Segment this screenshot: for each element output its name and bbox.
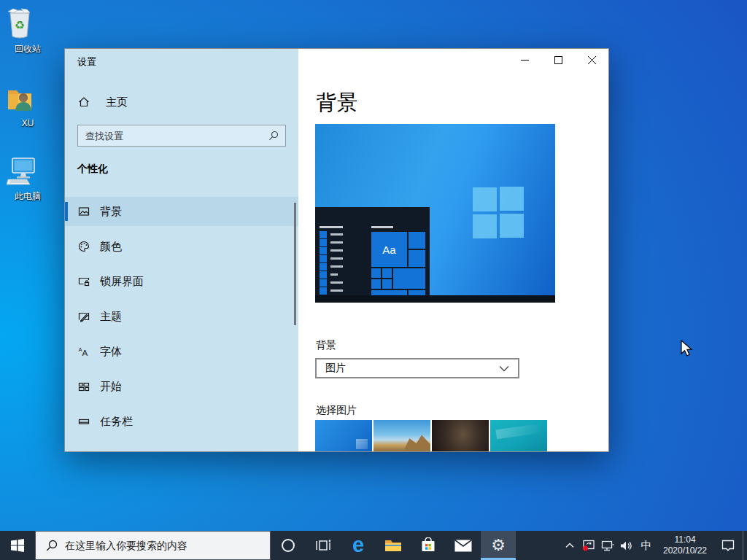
search-icon: [46, 540, 58, 551]
sidebar-item-fonts[interactable]: A A 字体: [65, 337, 298, 366]
picture-thumbnail-cliffs[interactable]: [374, 420, 430, 451]
sidebar-scrollbar[interactable]: [294, 203, 296, 325]
taskbar-search-box[interactable]: [35, 531, 271, 560]
picture-thumbnail-windows-default[interactable]: [315, 420, 372, 451]
sidebar-item-background[interactable]: 背景: [65, 197, 298, 226]
picture-thumbnail-underwater[interactable]: [490, 420, 547, 451]
folder-icon: [384, 538, 402, 553]
tray-volume-icon[interactable]: [617, 531, 636, 560]
preview-start-menu: Aa: [315, 207, 430, 295]
colors-icon: [78, 241, 90, 252]
tray-chevron-up-icon[interactable]: [560, 531, 579, 560]
settings-sidebar: 设置 主页 个性化: [65, 49, 298, 451]
store-icon: [420, 537, 436, 553]
picture-thumbnail-night-sky[interactable]: [432, 420, 489, 451]
desktop-icon-label: 此电脑: [15, 191, 41, 201]
desktop-icon-this-pc[interactable]: 此电脑: [5, 156, 50, 203]
mouse-cursor: [681, 340, 694, 359]
dropdown-selected-value: 图片: [317, 362, 499, 375]
start-layout-icon: [78, 381, 90, 392]
chevron-down-icon: [499, 365, 509, 372]
choose-picture-label: 选择图片: [316, 404, 357, 417]
background-field-label: 背景: [316, 339, 336, 352]
action-center-button[interactable]: [713, 531, 743, 560]
svg-text:A: A: [82, 349, 88, 357]
taskbar: e ⚙: [0, 531, 747, 560]
sidebar-item-taskbar[interactable]: 任务栏: [65, 407, 298, 436]
clock-time: 11:04: [674, 534, 695, 545]
system-tray: 中 11:04 2020/10/22: [560, 531, 747, 560]
sidebar-item-home[interactable]: 主页: [72, 91, 291, 113]
start-button[interactable]: [0, 531, 35, 560]
sidebar-section-header: 个性化: [77, 163, 108, 176]
window-title: 设置: [77, 55, 96, 69]
taskbar-clock[interactable]: 11:04 2020/10/22: [657, 531, 713, 560]
tray-network-icon[interactable]: [598, 531, 617, 560]
settings-window: 设置 主页 个性化: [64, 48, 609, 452]
desktop-icon-user-folder[interactable]: XU: [5, 85, 50, 129]
close-button[interactable]: [575, 49, 608, 71]
mail-icon: [454, 540, 472, 552]
task-view-button[interactable]: [306, 531, 341, 560]
edge-icon: e: [352, 534, 364, 556]
recycle-bin-icon: ♻: [5, 7, 50, 39]
taskbar-settings-icon: [78, 416, 90, 427]
window-caption-buttons: [508, 49, 608, 71]
maximize-button[interactable]: [541, 49, 575, 71]
sidebar-item-lock-screen[interactable]: 锁屏界面: [65, 267, 298, 296]
ime-language-indicator[interactable]: 中: [636, 531, 657, 560]
clock-date: 2020/10/22: [663, 545, 707, 556]
search-icon[interactable]: [268, 131, 279, 141]
sidebar-item-label: 主题: [100, 310, 122, 324]
this-pc-icon: [5, 156, 50, 187]
sidebar-item-label: 颜色: [100, 240, 122, 254]
tray-security-icon[interactable]: [579, 531, 598, 560]
gear-icon: ⚙: [491, 537, 506, 553]
background-type-dropdown[interactable]: 图片: [315, 358, 519, 378]
settings-search-input[interactable]: [78, 131, 268, 141]
preview-aa-tile: Aa: [371, 232, 407, 267]
sidebar-item-themes[interactable]: 主题: [65, 302, 298, 331]
sidebar-item-label: 背景: [100, 205, 122, 219]
preview-taskbar: [315, 295, 555, 303]
picture-thumbnails: [315, 420, 547, 451]
minimize-button[interactable]: [508, 49, 541, 71]
sidebar-item-label: 锁屏界面: [100, 275, 144, 289]
lock-screen-icon: [78, 276, 90, 287]
sidebar-item-label: 主页: [106, 96, 128, 109]
sidebar-item-colors[interactable]: 颜色: [65, 232, 298, 261]
windows-logo-icon: [473, 187, 525, 238]
desktop-icon-label: 回收站: [15, 44, 41, 54]
themes-icon: [78, 311, 90, 322]
background-preview[interactable]: Aa: [315, 124, 555, 303]
sidebar-item-label: 任务栏: [100, 415, 133, 429]
edge-button[interactable]: e: [341, 531, 376, 560]
desktop-icon-label: XU: [22, 118, 34, 128]
fonts-icon: A A: [78, 346, 90, 357]
svg-text:♻: ♻: [15, 18, 25, 32]
settings-search-box[interactable]: [77, 125, 286, 147]
show-desktop-button[interactable]: [743, 531, 747, 560]
sidebar-item-label: 字体: [100, 345, 122, 359]
taskbar-search-input[interactable]: [65, 540, 270, 551]
background-icon: [78, 206, 90, 217]
sidebar-item-label: 开始: [100, 380, 122, 394]
page-title: 背景: [316, 89, 358, 117]
microsoft-store-button[interactable]: [411, 531, 446, 560]
settings-main-pane: 背景 Aa: [298, 49, 608, 451]
mail-button[interactable]: [446, 531, 481, 560]
cortana-button[interactable]: [271, 531, 306, 560]
file-explorer-button[interactable]: [376, 531, 411, 560]
sidebar-item-start[interactable]: 开始: [65, 372, 298, 401]
home-icon: [78, 96, 90, 108]
settings-button-active[interactable]: ⚙: [481, 531, 516, 560]
desktop-icon-recycle-bin[interactable]: ♻ 回收站: [5, 7, 50, 55]
user-folder-icon: [5, 85, 50, 114]
